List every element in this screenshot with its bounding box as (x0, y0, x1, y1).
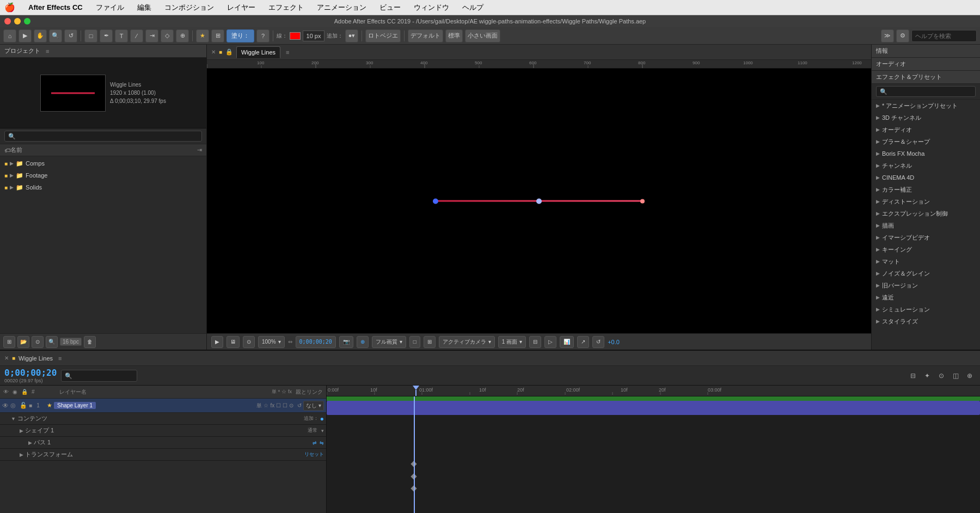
find-button[interactable]: 🔍 (46, 336, 58, 348)
timecode-display[interactable]: 0;00;00;20 (296, 336, 336, 348)
comp-tab-wiggle[interactable]: Wiggle Lines (236, 46, 280, 58)
small-screen-button[interactable]: 小さい画面 (465, 29, 500, 42)
tree-item-comps[interactable]: ■ ▶ 📁 Comps (0, 157, 206, 169)
rotobezier-toggle[interactable]: ロトベジエ (365, 29, 401, 42)
region-icon[interactable]: □ (409, 336, 420, 348)
new-folder-button[interactable]: 📂 (17, 336, 29, 348)
fit-icon[interactable]: ⇔ (288, 339, 292, 345)
effect-immersive[interactable]: ▶ イマーシブビデオ (872, 231, 980, 243)
effect-generate[interactable]: ▶ 描画 (872, 219, 980, 231)
timeline-close[interactable]: ✕ (4, 355, 9, 361)
alpha-icon[interactable]: ⊙ (243, 336, 255, 348)
contents-row[interactable]: ▼ コンテンツ 追加： ● (0, 413, 326, 425)
effect-keying[interactable]: ▶ キーイング (872, 243, 980, 255)
tree-item-solids[interactable]: ■ ▶ 📁 Solids (0, 181, 206, 193)
effect-cinema4d[interactable]: ▶ CINEMA 4D (872, 172, 980, 184)
transform-reset[interactable]: リセット (304, 451, 324, 458)
help-search-input[interactable] (911, 30, 977, 42)
effect-simulation[interactable]: ▶ シミュレーション (872, 303, 980, 315)
layer-flag-6[interactable]: ⊙ (289, 402, 293, 408)
maximize-button[interactable] (24, 18, 30, 25)
paint-button[interactable]: 塗り： (226, 29, 254, 42)
layer-flag-1[interactable]: 単 (256, 402, 262, 410)
effect-noise[interactable]: ▶ ノイズ＆グレイン (872, 267, 980, 279)
camera-rotate-tool[interactable]: ↺ (64, 29, 77, 42)
effects-search-input[interactable] (876, 86, 976, 97)
layer-cycle-icon[interactable]: ↺ (297, 402, 302, 408)
chart-icon[interactable]: 📊 (560, 336, 574, 348)
effect-boris[interactable]: ▶ Boris FX Mocha (872, 148, 980, 160)
camera-dropdown[interactable]: アクティブカメラ▾ (439, 336, 495, 348)
puppet-tool[interactable]: ⊕ (176, 29, 189, 42)
info-section-header[interactable]: 情報 (872, 45, 980, 58)
menu-edit[interactable]: 編集 (135, 2, 154, 14)
zoom-dropdown[interactable]: 100%▾ (258, 336, 285, 348)
rect-tool[interactable]: □ (84, 29, 97, 42)
brush-tool[interactable]: ∕ (130, 29, 143, 42)
effect-obsolete[interactable]: ▶ 旧バージョン (872, 279, 980, 291)
menu-effect[interactable]: エフェクト (266, 2, 306, 14)
effect-perspective[interactable]: ▶ 遠近 (872, 291, 980, 303)
menu-layer[interactable]: レイヤー (225, 2, 258, 14)
hand-tool[interactable]: ✋ (34, 29, 47, 42)
layer-link-dropdown[interactable]: なし ▾ (303, 401, 324, 411)
selection-tool[interactable]: ▶ (19, 29, 32, 42)
default-button[interactable]: デフォルト (408, 29, 443, 42)
new-item-button[interactable]: ⊞ (3, 336, 15, 348)
effect-3d-channel[interactable]: ▶ 3D チャンネル (872, 112, 980, 124)
clone-tool[interactable]: ⇥ (145, 29, 158, 42)
quality-dropdown[interactable]: フル画質▾ (372, 336, 406, 348)
effects-section-header[interactable]: エフェクト＆プリセット (872, 71, 980, 84)
screens-dropdown[interactable]: 1 画面▾ (498, 336, 526, 348)
standard-button[interactable]: 標準 (445, 29, 463, 42)
monitor-icon[interactable]: 🖥 (226, 336, 240, 348)
expand-icon[interactable]: ≫ (881, 29, 894, 42)
menu-view[interactable]: ビュー (377, 2, 403, 14)
text-tool[interactable]: T (115, 29, 128, 42)
render-icon[interactable]: ▶ (211, 336, 223, 348)
delete-button[interactable]: 🗑 (84, 336, 96, 348)
effect-channel[interactable]: ▶ チャンネル (872, 160, 980, 172)
effect-expression[interactable]: ▶ エクスプレッション制御 (872, 207, 980, 219)
path1-bezier-icons-2[interactable]: ⇋ (320, 440, 324, 445)
zoom-tool[interactable]: 🔍 (49, 29, 62, 42)
refresh-icon[interactable]: ↺ (592, 336, 604, 348)
crop-icon[interactable]: ⊟ (529, 336, 541, 348)
layer-row-1[interactable]: 👁 ◎ 🔓 ■ 1 ★ Shape Layer 1 単 ☆ fx ☐ ☐ ⊙ ↺… (0, 399, 326, 413)
close-button[interactable] (4, 18, 11, 25)
tree-item-footage[interactable]: ■ ▶ 📁 Footage (0, 169, 206, 181)
lock-toggle[interactable]: 🔓 (20, 402, 27, 409)
preview-color-icon[interactable]: ⊕ (357, 336, 369, 348)
comp-tab-menu-icon[interactable]: ≡ (286, 49, 289, 56)
bpc-badge[interactable]: 16 bpc (60, 338, 82, 346)
layer-flag-2[interactable]: ☆ (264, 402, 268, 408)
audio-section-header[interactable]: オーディオ (872, 58, 980, 71)
add-dropdown[interactable]: ●▾ (345, 29, 358, 42)
effect-stylize[interactable]: ▶ スタイライズ (872, 315, 980, 327)
paint-question[interactable]: ? (256, 29, 270, 42)
layer-flag-5[interactable]: ☐ (283, 402, 287, 408)
app-name[interactable]: After Effects CC (26, 2, 85, 13)
layer-flag-4[interactable]: ☐ (276, 402, 281, 408)
tl-render-queue-icon[interactable]: ⊟ (907, 370, 919, 382)
solo-toggle[interactable]: ◎ (10, 402, 18, 409)
menu-composition[interactable]: コンポジション (162, 2, 216, 14)
interpret-footage-button[interactable]: ⊙ (32, 336, 44, 348)
shy-icon[interactable]: ★ (47, 402, 52, 409)
effect-matte[interactable]: ▶ マット (872, 255, 980, 267)
render-2-icon[interactable]: ▷ (544, 336, 556, 348)
layer-flag-3[interactable]: fx (270, 402, 274, 408)
snapshot-button[interactable]: 📷 (339, 336, 353, 348)
menu-window[interactable]: ウィンドウ (412, 2, 451, 14)
project-search-input[interactable] (4, 131, 202, 142)
pen-tool[interactable]: ✒ (100, 29, 113, 42)
shape1-dropdown-arrow[interactable]: ▾ (321, 428, 324, 433)
shape1-row[interactable]: ▶ シェイプ 1 通常 ▾ (0, 425, 326, 437)
path1-bezier-icons[interactable]: ⇌ (313, 440, 317, 445)
timeline-menu-icon[interactable]: ≡ (58, 355, 62, 362)
eraser-tool[interactable]: ◇ (161, 29, 174, 42)
project-menu-icon[interactable]: ≡ (46, 48, 49, 54)
menu-help[interactable]: ヘルプ (460, 2, 486, 14)
tl-motion-blur-icon[interactable]: ⊙ (935, 370, 947, 382)
transform-row[interactable]: ▶ トランスフォーム リセット (0, 449, 326, 461)
